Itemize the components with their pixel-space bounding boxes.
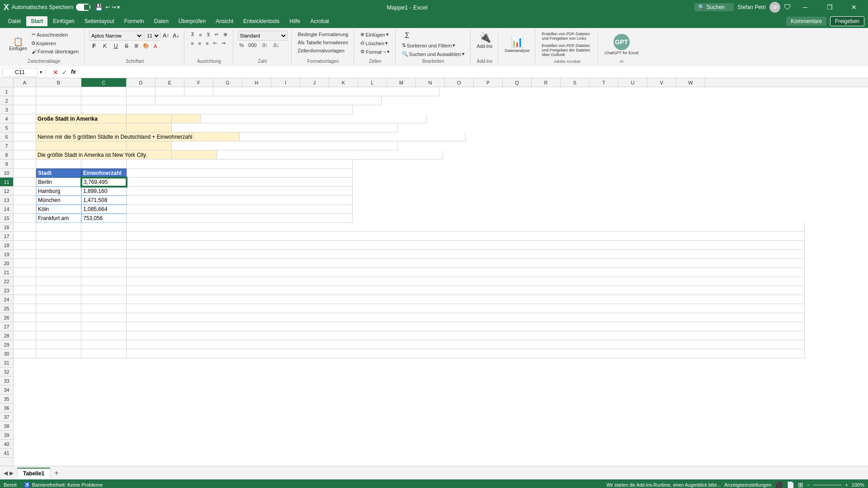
cell-C10[interactable]: Einwohnerzahl — [81, 169, 127, 178]
cell-D10[interactable] — [127, 169, 353, 178]
cell-B23[interactable] — [36, 286, 81, 295]
comments-button[interactable]: Kommentare — [786, 17, 826, 26]
col-header-I[interactable]: I — [271, 78, 300, 87]
cut-button[interactable]: ✂ Ausschneiden — [30, 31, 80, 38]
col-header-V[interactable]: V — [647, 78, 676, 87]
col-header-D[interactable]: D — [127, 78, 156, 87]
align-right-button[interactable]: ≡ — [204, 40, 210, 47]
row-header-14[interactable]: 14 — [0, 205, 13, 214]
cell-B6[interactable]: Nenne mir die 5 größten Städte in Deutsc… — [36, 132, 194, 141]
cell-A28[interactable] — [14, 331, 36, 340]
cell-A22[interactable] — [14, 277, 36, 286]
cell-B4[interactable]: Große Stadt in Amerika — [36, 114, 127, 123]
row-header-24[interactable]: 24 — [0, 295, 13, 304]
cell-C7[interactable] — [127, 141, 172, 150]
cell-D1[interactable] — [127, 87, 156, 96]
number-format-select[interactable]: Standard — [238, 31, 288, 41]
row-header-5[interactable]: 5 — [0, 123, 13, 132]
cell-B7[interactable] — [36, 141, 127, 150]
undo-button[interactable]: ↩ — [105, 4, 110, 10]
cell-C5[interactable] — [127, 123, 172, 132]
row-header-18[interactable]: 18 — [0, 241, 13, 250]
cell-D9[interactable] — [127, 160, 353, 169]
align-top-button[interactable]: ⊼ — [189, 31, 196, 38]
tab-seitenlayout[interactable]: Seitenlayout — [80, 16, 119, 26]
row-header-12[interactable]: 12 — [0, 187, 13, 196]
row-header-11[interactable]: 11 — [0, 178, 13, 187]
delete-cells-button[interactable]: ⊖ Löschen ▾ — [359, 39, 390, 47]
cell-B25[interactable] — [36, 304, 81, 313]
cell-A25[interactable] — [14, 304, 36, 313]
cell-B11[interactable]: Berlin — [36, 178, 81, 187]
cell-D14[interactable] — [127, 205, 353, 214]
cell-C18[interactable] — [81, 241, 127, 250]
row-header-17[interactable]: 17 — [0, 232, 13, 241]
name-box[interactable] — [2, 68, 38, 77]
row-header-28[interactable]: 28 — [0, 331, 13, 340]
cell-C6[interactable] — [194, 132, 240, 141]
decrease-font-button[interactable]: A↓ — [171, 32, 180, 39]
cell-C27[interactable] — [81, 322, 127, 331]
autosum-button[interactable]: Σ — [400, 31, 415, 41]
cell-B24[interactable] — [36, 295, 81, 304]
cell-D11[interactable] — [127, 178, 353, 187]
tab-start[interactable]: Start — [26, 16, 47, 26]
row-header-13[interactable]: 13 — [0, 196, 13, 205]
row-header-29[interactable]: 29 — [0, 340, 13, 349]
find-select-button[interactable]: 🔍 Suchen und Auswählen ▾ — [400, 50, 467, 58]
col-header-O[interactable]: O — [445, 78, 474, 87]
tab-daten[interactable]: Daten — [150, 16, 173, 26]
text-wrap-button[interactable]: ↵ — [213, 31, 221, 38]
col-header-F[interactable]: F — [184, 78, 213, 87]
cell-D25[interactable] — [127, 304, 805, 313]
tab-hilfe[interactable]: Hilfe — [285, 16, 305, 26]
row-header-7[interactable]: 7 — [0, 141, 13, 150]
cell-C15[interactable]: 753,056 — [81, 214, 127, 223]
row-header-1[interactable]: 1 — [0, 87, 13, 96]
cell-B15[interactable]: Frankfurt am — [36, 214, 81, 223]
row-header-36[interactable]: 36 — [0, 404, 13, 413]
formula-bar-input[interactable] — [81, 68, 866, 76]
format-as-table-button[interactable]: Als Tabelle formatieren — [296, 39, 350, 46]
cell-B17[interactable] — [36, 232, 81, 241]
cell-D2[interactable] — [127, 96, 156, 105]
copy-button[interactable]: ⧉ Kopieren — [30, 39, 80, 47]
restore-button[interactable]: ❐ — [819, 0, 840, 14]
underline-button[interactable]: U — [111, 42, 121, 50]
row-header-4[interactable]: 4 — [0, 114, 13, 123]
share-button[interactable]: Freigeben — [830, 16, 864, 26]
cell-B16[interactable] — [36, 223, 81, 232]
cell-A1[interactable] — [14, 87, 36, 96]
cell-D29[interactable] — [127, 340, 805, 349]
col-header-Q[interactable]: Q — [503, 78, 532, 87]
add-sheet-button[interactable]: + — [51, 468, 62, 479]
create-pdf-links-button[interactable]: Erstellen von PDF-Dateien und Freigeben … — [540, 31, 594, 42]
col-header-P[interactable]: P — [474, 78, 503, 87]
cell-C21[interactable] — [81, 268, 127, 277]
cell-B12[interactable]: Hamburg — [36, 187, 81, 196]
cell-B1[interactable] — [36, 87, 81, 96]
align-bottom-button[interactable]: ⊻ — [205, 31, 212, 38]
autosave-toggle-area[interactable] — [76, 4, 90, 11]
row-header-21[interactable]: 21 — [0, 268, 13, 277]
align-left-button[interactable]: ≡ — [189, 40, 195, 47]
cell-D23[interactable] — [127, 286, 805, 295]
cell-D17[interactable] — [127, 232, 805, 241]
row-header-23[interactable]: 23 — [0, 286, 13, 295]
row-header-37[interactable]: 37 — [0, 413, 13, 422]
cell-C9[interactable] — [81, 160, 127, 169]
tab-ueberprufen[interactable]: Überprüfen — [174, 16, 210, 26]
cell-D22[interactable] — [127, 277, 805, 286]
cell-B18[interactable] — [36, 241, 81, 250]
cell-B13[interactable]: München — [36, 196, 81, 205]
cell-A13[interactable] — [14, 196, 36, 205]
cell-A4[interactable] — [14, 114, 36, 123]
cell-A19[interactable] — [14, 250, 36, 259]
cell-C16[interactable] — [81, 223, 127, 232]
nav-next-sheet[interactable]: ▶ — [9, 470, 14, 476]
cell-C29[interactable] — [81, 340, 127, 349]
cell-B14[interactable]: Köln — [36, 205, 81, 214]
cell-D18[interactable] — [127, 241, 805, 250]
font-family-select[interactable]: Aptos Narrow — [89, 31, 143, 41]
insert-function-button[interactable]: fx — [70, 69, 77, 76]
